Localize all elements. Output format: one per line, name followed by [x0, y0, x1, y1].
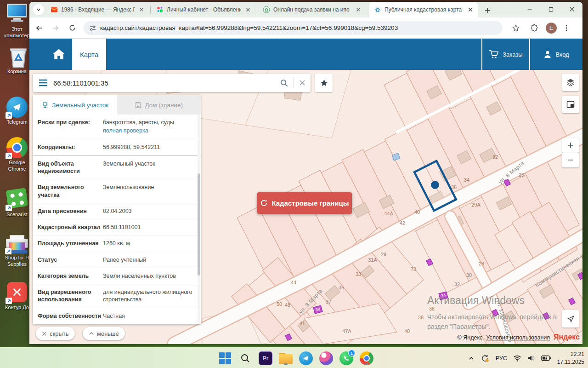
battery-icon[interactable] [541, 355, 551, 361]
desktop-icon-this-pc[interactable]: Этот компьютер [3, 3, 31, 39]
tab-land-parcel[interactable]: Земельный участок [33, 95, 117, 115]
yandex-logo[interactable]: Яндекс [554, 333, 580, 341]
premiere-pro-icon: Pr [259, 351, 272, 365]
clock-time: 22:21 [557, 351, 584, 358]
search-input[interactable] [53, 79, 275, 87]
tab-close-icon[interactable] [244, 6, 252, 13]
address-bar[interactable]: кадастр.сайт/кадастровая_карта#lat=56.99… [84, 21, 503, 35]
tab-divider [150, 6, 151, 13]
parcel-number: 31А [368, 257, 377, 263]
desktop-icon-chrome[interactable]: Google Chrome [3, 137, 31, 172]
field-value: 66:58:1101001 [103, 224, 194, 231]
tab-close-icon[interactable] [355, 6, 362, 13]
back-button[interactable] [32, 21, 46, 35]
reload-button[interactable] [65, 21, 79, 35]
field-label: Категория земель [38, 272, 103, 280]
tray-chevron-up[interactable] [468, 355, 475, 362]
cadastral-boundaries-button[interactable]: Кадастровые границы [257, 192, 352, 214]
parcel-number: 34 [464, 177, 469, 183]
legend-button[interactable] [562, 96, 579, 113]
parcel-number: 37 [326, 299, 331, 305]
browser-tab-domclick[interactable]: Онлайн подача заявки на ипо [258, 2, 366, 17]
site-info-icon[interactable] [89, 24, 96, 32]
volume-icon[interactable] [527, 355, 535, 362]
zoom-in-button[interactable]: + [562, 138, 579, 153]
taskbar-telegram-button[interactable] [299, 351, 313, 366]
home-icon [51, 48, 66, 61]
tab-label: Дом (здание) [145, 102, 183, 109]
window-maximize-button[interactable] [540, 2, 561, 17]
taskbar-explorer-button[interactable] [278, 351, 293, 366]
extensions-button[interactable] [527, 21, 541, 35]
geolocation-button[interactable] [562, 310, 579, 328]
browser-tab-cadastre-active[interactable]: Публичная кадастровая карта [369, 2, 478, 17]
url-text[interactable]: кадастр.сайт/кадастровая_карта#lat=56.99… [100, 24, 398, 31]
tab-search-button[interactable] [33, 4, 44, 15]
scrollbar-thumb[interactable] [198, 173, 200, 276]
search-icon [240, 353, 250, 363]
menu-button[interactable] [33, 79, 53, 86]
field-value: Ранее учтенный [103, 256, 194, 264]
parcel-number: 44А [384, 211, 393, 216]
browser-menu-button[interactable] [560, 21, 573, 35]
login-button[interactable]: Вход [529, 39, 582, 70]
forward-button[interactable] [49, 21, 62, 35]
favorites-button[interactable] [315, 74, 333, 92]
field-value: Земли населенных пунктов [103, 272, 194, 280]
language-indicator[interactable]: РУС [496, 355, 507, 362]
shortcut-arrow-icon [6, 205, 12, 211]
nav-tab-map[interactable]: Карта [72, 39, 106, 70]
taskbar-clock[interactable]: 22:21 17.11.2025 [557, 351, 584, 365]
full-check-link[interactable]: полная проверка [103, 127, 194, 134]
orders-button[interactable]: Заказы [481, 39, 529, 70]
taskbar-paint3d-button[interactable] [319, 351, 334, 366]
chevron-up-icon [468, 355, 475, 362]
parcel-number: 47А [342, 328, 351, 334]
windows-logo-icon [219, 352, 231, 364]
desktop-icon-label: Этот компьютер [3, 26, 31, 39]
tray-sync-icon[interactable] [481, 354, 490, 363]
field-label: Площадь уточненная [38, 240, 103, 247]
collapse-panel-button[interactable]: меньше [83, 327, 125, 340]
start-button[interactable] [218, 351, 232, 366]
browser-window: 1986 · Входящие — Яндекс По Личный кабин… [29, 2, 582, 344]
browser-tab-avito[interactable]: Личный кабинет - Объявлени [152, 2, 255, 17]
hide-panel-button[interactable]: скрыть [36, 327, 75, 340]
desktop-icon-scenarist[interactable]: Scenarist [3, 188, 31, 218]
taskbar-premiere-button[interactable]: Pr [258, 351, 273, 366]
desktop-icon-kontur[interactable]: Контур.До [3, 282, 31, 311]
parcel-number: 41 [300, 321, 305, 326]
layers-button[interactable] [562, 74, 579, 91]
new-tab-button[interactable] [481, 4, 493, 16]
desktop-icon-recycle-bin[interactable]: Корзина [3, 46, 31, 75]
tab-title: Публичная кадастровая карта [384, 6, 464, 13]
browser-tab-yandex-mail[interactable]: 1986 · Входящие — Яндекс По [46, 2, 149, 17]
search-button[interactable] [275, 79, 293, 87]
wifi-icon[interactable] [513, 355, 521, 362]
zoom-out-button[interactable]: − [562, 153, 579, 167]
running-indicator [284, 363, 288, 365]
home-button[interactable] [49, 46, 69, 63]
taskbar-whatsapp-button[interactable]: 1 [339, 351, 354, 366]
profile-avatar[interactable]: E [546, 23, 557, 34]
puzzle-icon [530, 24, 538, 32]
reload-icon [68, 24, 76, 32]
tab-close-icon[interactable] [138, 6, 145, 13]
window-minimize-button[interactable] [519, 2, 540, 17]
clear-search-button[interactable] [293, 77, 311, 88]
field-label: Риски при сделке: [38, 119, 103, 135]
cadastre-search-bar [33, 74, 311, 92]
taskbar-search-button[interactable] [238, 351, 253, 366]
taskbar-chrome-button[interactable] [359, 351, 374, 366]
tab-house-building[interactable]: Дом (здание) [117, 95, 201, 115]
shortcut-arrow-icon [5, 248, 11, 254]
tab-close-icon[interactable] [467, 6, 474, 13]
desktop-icon-telegram[interactable]: Telegram [3, 97, 31, 126]
scenarist-icon [6, 189, 28, 210]
terms-link[interactable]: Условия использования [486, 334, 550, 341]
field-label: Вид земельного участка [38, 184, 103, 199]
window-close-button[interactable] [561, 2, 582, 17]
bookmark-button[interactable] [509, 21, 523, 35]
desktop-icon-shop-supplies[interactable]: Shop for H Supplies [3, 234, 31, 268]
parcel-number: 29 [381, 252, 386, 257]
